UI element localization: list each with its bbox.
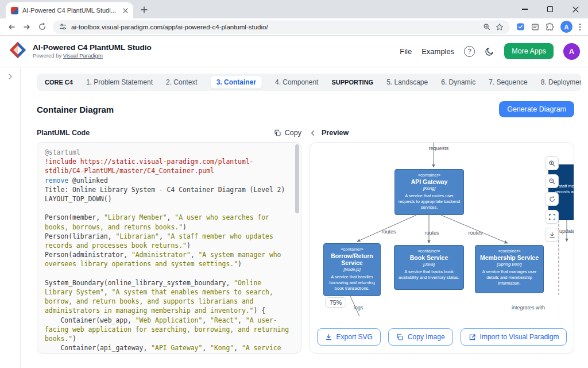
- more-apps-button[interactable]: More Apps: [504, 43, 554, 59]
- diagram-node-book-service[interactable]: «container» Book Service [Java] A servic…: [394, 245, 464, 290]
- code-line: [45, 269, 291, 278]
- user-avatar[interactable]: A: [563, 43, 580, 60]
- preview-panel: «container» API Gateway [Kong] A service…: [310, 142, 574, 354]
- node-stereotype: «container»: [478, 248, 541, 254]
- tab-context[interactable]: 2. Context: [166, 78, 198, 86]
- tab-title: AI-Powered C4 PlantUML Studi...: [22, 7, 119, 14]
- node-stereotype: «container»: [326, 247, 378, 252]
- browser-action-icon[interactable]: [516, 22, 525, 31]
- node-name: Book Service: [397, 254, 461, 261]
- url-text[interactable]: ai-toolbox.visual-paradigm.com/app/ai-po…: [71, 24, 478, 30]
- zoom-out-icon[interactable]: [545, 174, 559, 188]
- left-rail: [0, 67, 21, 368]
- code-line: Person(administrator, "Administrator", "…: [45, 250, 291, 269]
- code-line: remove @unlinked: [45, 176, 291, 185]
- code-scrollbar[interactable]: [295, 144, 299, 213]
- url-bar[interactable]: ai-toolbox.visual-paradigm.com/app/ai-po…: [53, 20, 510, 34]
- code-line: Container(web_app, "Web Application", "R…: [45, 316, 291, 344]
- download-diagram-icon[interactable]: [545, 228, 559, 241]
- app-logo: [8, 40, 28, 62]
- browser-profile-avatar[interactable]: A: [560, 21, 572, 33]
- file-menu[interactable]: File: [400, 47, 412, 56]
- tab-landscape[interactable]: 5. Landscape: [386, 78, 428, 86]
- collapse-preview-icon[interactable]: [310, 130, 316, 136]
- diagram-node-membership-service[interactable]: «container» Membership Service [Spring B…: [475, 245, 544, 293]
- edge-label-integrates-with: integrates with: [512, 305, 545, 310]
- node-desc: A service that manages user details and …: [478, 269, 541, 286]
- tab-component[interactable]: 4. Component: [275, 78, 318, 86]
- preview-panel-label: Preview: [322, 129, 349, 137]
- export-svg-button[interactable]: Export SVG: [317, 328, 381, 346]
- node-desc: A service that routes user requests to a…: [397, 193, 461, 210]
- code-line: Container(api_gateway, "API Gateway", "K…: [45, 343, 291, 353]
- node-stereotype: «container»: [397, 248, 461, 254]
- tab-container[interactable]: 3. Container: [211, 76, 262, 89]
- node-tech: [Java]: [397, 262, 461, 267]
- node-stereotype: «container»: [397, 172, 461, 178]
- bookmark-star-icon[interactable]: [496, 23, 504, 31]
- tab-sequence[interactable]: 7. Sequence: [489, 78, 527, 86]
- node-name: Borrow/Return Service: [326, 252, 378, 266]
- tab-problem-statement[interactable]: 1. Problem Statement: [86, 78, 153, 86]
- code-line: Title: Online Library System - C4 Contai…: [45, 185, 291, 194]
- powered-by: Powered by Visual Paradigm: [33, 52, 152, 59]
- node-desc: A service that handles borrowing and ret…: [326, 274, 378, 291]
- code-panel-label: PlantUML Code: [37, 129, 90, 137]
- node-tech: [Spring Boot]: [478, 262, 541, 267]
- back-icon[interactable]: [7, 22, 16, 32]
- browser-tab[interactable]: AI-Powered C4 PlantUML Studi...: [6, 2, 133, 18]
- extensions-icon[interactable]: [546, 22, 554, 31]
- window-close-button[interactable]: [563, 0, 588, 18]
- reload-icon[interactable]: [38, 22, 47, 31]
- browser-tabstrip: AI-Powered C4 PlantUML Studi...: [0, 0, 588, 18]
- tab-close-icon[interactable]: [123, 8, 128, 13]
- dark-mode-icon[interactable]: [485, 47, 494, 56]
- edge-label-logs: logs: [354, 305, 363, 310]
- tab-dynamic[interactable]: 6. Dynamic: [441, 78, 475, 86]
- app-header: AI-Powered C4 PlantUML Studio Powered by…: [0, 36, 588, 67]
- code-line: @startuml: [45, 148, 291, 157]
- site-favicon-icon: [11, 7, 18, 14]
- browser-addressbar: ai-toolbox.visual-paradigm.com/app/ai-po…: [0, 18, 588, 36]
- reading-list-icon[interactable]: [531, 23, 539, 31]
- window-minimize-button[interactable]: [512, 0, 537, 18]
- diagram-node-api-gateway[interactable]: «container» API Gateway [Kong] A service…: [394, 169, 464, 215]
- zoom-controls: [545, 156, 559, 241]
- zoom-page-icon[interactable]: [483, 23, 491, 31]
- node-desc: A service that tracks book availability …: [397, 269, 461, 281]
- help-icon[interactable]: ?: [464, 46, 475, 57]
- diagram-node-borrow-return-service[interactable]: «container» Borrow/Return Service [Node.…: [323, 243, 381, 296]
- tab-deployment[interactable]: 8. Deployment: [541, 78, 581, 86]
- copy-code-button[interactable]: Copy: [274, 129, 301, 137]
- code-line: [45, 204, 291, 213]
- fullscreen-icon[interactable]: [545, 210, 559, 224]
- copy-image-button[interactable]: Copy Image: [388, 328, 453, 346]
- browser-menu-icon[interactable]: [579, 23, 581, 31]
- visual-paradigm-link[interactable]: Visual Paradigm: [63, 52, 103, 59]
- edge-label-routes: routes: [381, 229, 396, 235]
- code-line: LAYOUT_TOP_DOWN(): [45, 194, 291, 204]
- new-tab-button[interactable]: [137, 2, 152, 17]
- zoom-reset-icon[interactable]: [545, 192, 559, 206]
- forward-icon[interactable]: [22, 22, 32, 32]
- zoom-level-badge: 75%: [325, 297, 346, 308]
- zoom-in-icon[interactable]: [545, 156, 559, 170]
- edge-label-updates: updates: [559, 228, 574, 234]
- code-line: System_Boundary(online_library_system_bo…: [45, 278, 291, 316]
- site-settings-icon[interactable]: [59, 23, 67, 30]
- import-to-visual-paradigm-button[interactable]: Import to Visual Paradigm: [461, 328, 567, 346]
- app-title: AI-Powered C4 PlantUML Studio: [33, 43, 152, 52]
- code-editor[interactable]: @startuml!include https://static.visual-…: [37, 143, 301, 353]
- examples-menu[interactable]: Examples: [421, 47, 454, 56]
- code-line: !include https://static.visual-paradigm.…: [45, 157, 291, 175]
- edge-label-routes: routes: [424, 230, 439, 236]
- edge-label-requests: requests: [429, 145, 449, 151]
- code-line: Person(librarian, "Librarian", "A staff …: [45, 232, 291, 250]
- generate-diagram-button[interactable]: Generate Diagram: [499, 101, 574, 117]
- supporting-label: SUPPORTING: [331, 79, 373, 86]
- expand-sidebar-icon[interactable]: [0, 73, 20, 80]
- edge-label-routes: routes: [468, 230, 482, 236]
- window-maximize-button[interactable]: [537, 0, 563, 18]
- node-name: API Gateway: [397, 178, 461, 185]
- plantuml-code-panel: @startuml!include https://static.visual-…: [37, 142, 301, 354]
